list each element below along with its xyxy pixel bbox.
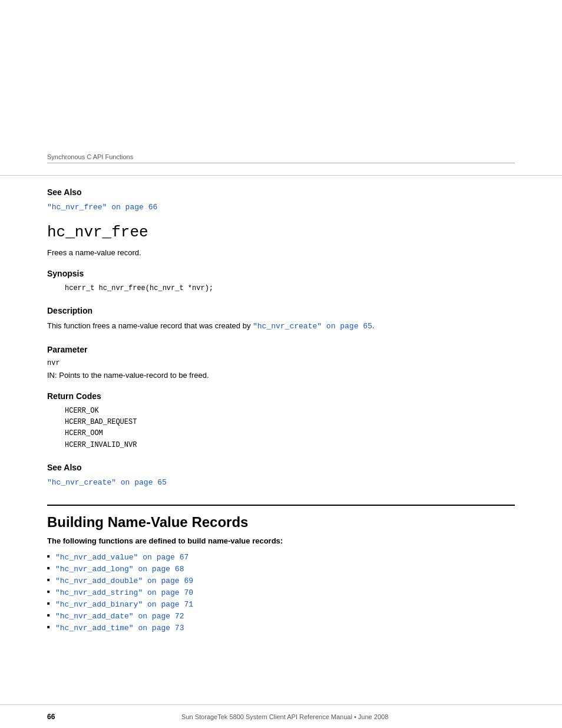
content-area: See Also "hc_nvr_free" on page 66 hc_nvr…	[0, 176, 562, 657]
return-code-4: HCERR_INVALID_NVR	[65, 440, 515, 451]
return-code-3: HCERR_OOM	[65, 428, 515, 439]
top-area	[0, 0, 562, 153]
see-also-heading-1: See Also	[47, 187, 515, 197]
function-title: hc_nvr_free	[47, 223, 515, 241]
list-item: "hc_nvr_add_value" on page 67	[47, 551, 515, 563]
description-text-after: .	[372, 321, 375, 330]
list-item: "hc_nvr_add_double" on page 69	[47, 575, 515, 587]
building-link-7[interactable]: "hc_nvr_add_time" on page 73	[55, 624, 184, 633]
description-heading: Description	[47, 306, 515, 315]
synopsis-heading: Synopsis	[47, 269, 515, 278]
list-item: "hc_nvr_add_string" on page 70	[47, 587, 515, 598]
header-rule-area: Synchronous C API Functions	[0, 153, 562, 176]
list-item: "hc_nvr_add_time" on page 73	[47, 622, 515, 634]
building-link-3[interactable]: "hc_nvr_add_double" on page 69	[55, 577, 193, 585]
description-text-before: This function frees a name-value record …	[47, 321, 253, 330]
building-section: Building Name-Value Records The followin…	[47, 505, 515, 634]
parameter-heading: Parameter	[47, 345, 515, 354]
building-link-5[interactable]: "hc_nvr_add_binary" on page 71	[55, 600, 193, 609]
list-item: "hc_nvr_add_binary" on page 71	[47, 598, 515, 610]
see-also-section-2: See Also "hc_nvr_create" on page 65	[47, 463, 515, 487]
building-link-1[interactable]: "hc_nvr_add_value" on page 67	[55, 553, 189, 562]
building-links-list: "hc_nvr_add_value" on page 67 "hc_nvr_ad…	[47, 551, 515, 634]
return-code-1: HCERR_OK	[65, 406, 515, 417]
breadcrumb: Synchronous C API Functions	[47, 153, 515, 163]
return-code-2: HCERR_BAD_REQUEST	[65, 417, 515, 428]
see-also-section-1: See Also "hc_nvr_free" on page 66	[47, 187, 515, 212]
see-also-link-2[interactable]: "hc_nvr_create" on page 65	[47, 478, 167, 487]
building-link-2[interactable]: "hc_nvr_add_long" on page 68	[55, 565, 184, 574]
return-codes-block: HCERR_OK HCERR_BAD_REQUEST HCERR_OOM HCE…	[47, 406, 515, 451]
see-also-heading-2: See Also	[47, 463, 515, 472]
building-link-4[interactable]: "hc_nvr_add_string" on page 70	[55, 588, 193, 597]
header-divider	[47, 163, 515, 163]
footer: 66 Sun StorageTek 5800 System Client API…	[0, 704, 562, 728]
parameter-name: nvr	[47, 359, 515, 367]
description-text: This function frees a name-value record …	[47, 320, 515, 333]
building-title: Building Name-Value Records	[47, 505, 515, 531]
list-item: "hc_nvr_add_long" on page 68	[47, 563, 515, 575]
parameter-section: Parameter nvr IN: Points to the name-val…	[47, 345, 515, 380]
building-link-6[interactable]: "hc_nvr_add_date" on page 72	[55, 612, 184, 621]
function-short-desc: Frees a name-value record.	[47, 248, 515, 257]
footer-page-number: 66	[47, 713, 55, 721]
synopsis-section: Synopsis hcerr_t hc_nvr_free(hc_nvr_t *n…	[47, 269, 515, 294]
synopsis-code: hcerr_t hc_nvr_free(hc_nvr_t *nvr);	[47, 283, 515, 294]
description-link[interactable]: "hc_nvr_create" on page 65	[253, 322, 372, 331]
function-section: hc_nvr_free Frees a name-value record. S…	[47, 223, 515, 487]
building-intro: The following functions are defined to b…	[47, 536, 515, 545]
return-codes-section: Return Codes HCERR_OK HCERR_BAD_REQUEST …	[47, 391, 515, 451]
parameter-desc: IN: Points to the name-value-record to b…	[47, 371, 515, 380]
description-section: Description This function frees a name-v…	[47, 306, 515, 333]
see-also-link-1[interactable]: "hc_nvr_free" on page 66	[47, 203, 157, 212]
page-container: Synchronous C API Functions See Also "hc…	[0, 0, 562, 728]
return-codes-heading: Return Codes	[47, 391, 515, 401]
list-item: "hc_nvr_add_date" on page 72	[47, 610, 515, 622]
footer-center-text: Sun StorageTek 5800 System Client API Re…	[55, 713, 515, 720]
